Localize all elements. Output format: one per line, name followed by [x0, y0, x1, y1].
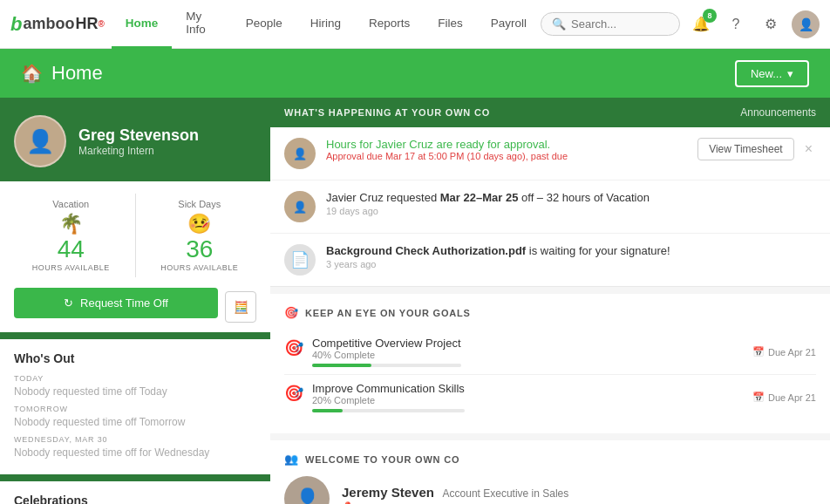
goal-name: Improve Communication Skills — [312, 382, 465, 395]
announcements-section-label: WHAT'S HAPPENING AT YOUR OWN CO — [284, 107, 490, 118]
page-title: Home — [51, 62, 103, 85]
goal-details: Competitive Overview Project 40% Complet… — [312, 337, 461, 367]
refresh-icon: ↻ — [64, 296, 73, 310]
ann-content: Hours for Javier Cruz are ready for appr… — [326, 138, 687, 161]
sick-label: Sick Days — [143, 199, 257, 209]
main-content: 👤 Greg Stevenson Marketing Intern Vacati… — [0, 98, 830, 504]
time-off-divider — [135, 194, 136, 277]
logo-hr-text: HR — [75, 15, 98, 33]
time-off-section: Vacation 🌴 44 HOURS AVAILABLE Sick Days … — [0, 181, 270, 332]
ann-avatar: 👤 — [284, 191, 316, 222]
request-btn-label: Request Time Off — [80, 296, 168, 310]
welcome-name-row: Jeremy Steven Account Executive in Sales — [342, 485, 568, 500]
new-button-label: New... — [751, 67, 782, 80]
ann-content: Background Check Authorization.pdf is wa… — [326, 244, 816, 269]
welcome-section: 👥 WELCOME TO YOUR OWN CO 👤 Jeremy Steven… — [270, 440, 830, 504]
user-avatar[interactable]: 👤 — [792, 10, 820, 38]
settings-button[interactable]: ⚙ — [757, 10, 785, 38]
announcement-item: 👤 Javier Cruz requested Mar 22–Mar 25 of… — [270, 180, 830, 234]
progress-bar — [312, 409, 465, 412]
people-icon: 👥 — [284, 453, 298, 466]
profile-info: Greg Stevenson Marketing Intern — [78, 126, 199, 157]
sick-hours: 36 — [143, 235, 257, 263]
goal-name: Competitive Overview Project — [312, 337, 461, 350]
page-title-area: 🏠 Home — [21, 62, 103, 85]
ann-text: Background Check Authorization.pdf is wa… — [326, 244, 816, 257]
goal-left: 🎯 Improve Communication Skills 20% Compl… — [284, 382, 465, 412]
goal-due-text: Due Apr 21 — [768, 347, 816, 358]
nav-item-home[interactable]: Home — [112, 0, 173, 49]
today-text: Nobody requested time off Today — [14, 385, 256, 398]
calendar-icon: 📅 — [752, 346, 765, 358]
tomorrow-label: TOMORROW — [14, 405, 256, 413]
ann-bold-text: Mar 22–Mar 25 — [440, 191, 519, 204]
avatar-icon: 👤 — [799, 17, 813, 31]
announcements-header: WHAT'S HAPPENING AT YOUR OWN CO Announce… — [270, 98, 830, 127]
page-header: 🏠 Home New... ▾ — [0, 49, 830, 98]
nav-item-people[interactable]: People — [232, 0, 296, 49]
chevron-down-icon: ▾ — [787, 67, 793, 80]
profile-avatar-icon: 👤 — [26, 128, 54, 155]
announcements-card: 👤 Hours for Javier Cruz are ready for ap… — [270, 127, 830, 287]
request-time-off-button[interactable]: ↻ Request Time Off — [14, 288, 218, 318]
goals-header: 🎯 KEEP AN EYE ON YOUR GOALS — [284, 306, 816, 319]
new-button[interactable]: New... ▾ — [735, 60, 809, 87]
vacation-icon: 🌴 — [14, 213, 128, 235]
goal-due: 📅 Due Apr 21 — [752, 382, 816, 412]
announcements-link[interactable]: Announcements — [740, 106, 816, 119]
search-box[interactable]: 🔍 — [541, 12, 680, 36]
welcome-info: Jeremy Steven Account Executive in Sales… — [342, 485, 568, 504]
logo-reg-icon: ® — [98, 19, 104, 29]
ann-content: Javier Cruz requested Mar 22–Mar 25 off … — [326, 191, 816, 216]
goal-row: 🎯 Improve Communication Skills 20% Compl… — [284, 382, 816, 412]
calculator-button[interactable]: 🧮 — [225, 291, 256, 323]
goal-target-icon: 🎯 — [284, 338, 303, 358]
notification-button[interactable]: 🔔 8 — [687, 10, 715, 38]
ann-post-text: is waiting for your signature! — [526, 244, 670, 257]
search-input[interactable] — [571, 17, 676, 31]
ann-text: Javier Cruz requested Mar 22–Mar 25 off … — [326, 191, 816, 204]
nav-right: 🔍 🔔 8 ? ⚙ 👤 — [541, 10, 820, 38]
celebrations-section: Celebrations JR John Ryan Apr 1 · 7th An… — [0, 481, 270, 504]
welcome-role: Account Executive in Sales — [443, 487, 569, 500]
goal-target-icon: 🎯 — [284, 384, 303, 403]
logo: b amboo HR ® — [10, 13, 105, 36]
calendar-icon: 📅 — [752, 392, 765, 403]
search-icon: 🔍 — [552, 17, 566, 31]
goal-pct: 40% Complete — [312, 350, 461, 360]
help-button[interactable]: ? — [722, 10, 750, 38]
main-nav: Home My Info People Hiring Reports Files… — [112, 0, 541, 49]
progress-bar — [312, 364, 461, 367]
close-button[interactable]: × — [801, 140, 816, 159]
target-icon: 🎯 — [284, 306, 298, 319]
sick-icon: 🤒 — [143, 213, 257, 235]
whos-out-section: Who's Out TODAY Nobody requested time of… — [0, 339, 270, 474]
profile-name: Greg Stevenson — [78, 126, 199, 145]
top-nav: b amboo HR ® Home My Info People Hiring … — [0, 0, 830, 49]
welcome-avatar-icon: 👤 — [296, 487, 319, 504]
logo-leaf-icon: b — [10, 13, 22, 36]
home-icon: 🏠 — [21, 63, 43, 84]
nav-item-payroll[interactable]: Payroll — [477, 0, 541, 49]
ann-avatar: 👤 — [284, 138, 316, 169]
whos-out-title: Who's Out — [14, 351, 256, 365]
request-btn-wrap: ↻ Request Time Off — [14, 288, 218, 325]
goals-section: 🎯 KEEP AN EYE ON YOUR GOALS 🎯 Competitiv… — [270, 294, 830, 433]
nav-item-myinfo[interactable]: My Info — [172, 0, 231, 49]
calculator-icon: 🧮 — [234, 300, 248, 314]
vacation-card: Vacation 🌴 44 HOURS AVAILABLE — [14, 194, 128, 277]
goal-details: Improve Communication Skills 20% Complet… — [312, 382, 465, 412]
nav-item-hiring[interactable]: Hiring — [296, 0, 355, 49]
vacation-sub: HOURS AVAILABLE — [14, 263, 128, 272]
goal-item: 🎯 Competitive Overview Project 40% Compl… — [284, 330, 816, 375]
wednesday-text: Nobody requested time off for Wednesday — [14, 446, 256, 459]
goal-row: 🎯 Competitive Overview Project 40% Compl… — [284, 337, 816, 367]
wednesday-label: WEDNESDAY, MAR 30 — [14, 435, 256, 444]
vacation-hours: 44 — [14, 235, 128, 263]
nav-item-reports[interactable]: Reports — [355, 0, 424, 49]
ann-actions: View Timesheet × — [697, 138, 816, 160]
profile-avatar: 👤 — [14, 115, 66, 167]
nav-item-files[interactable]: Files — [424, 0, 477, 49]
ann-title: Hours for Javier Cruz are ready for appr… — [326, 138, 687, 151]
view-timesheet-button[interactable]: View Timesheet — [697, 138, 794, 160]
